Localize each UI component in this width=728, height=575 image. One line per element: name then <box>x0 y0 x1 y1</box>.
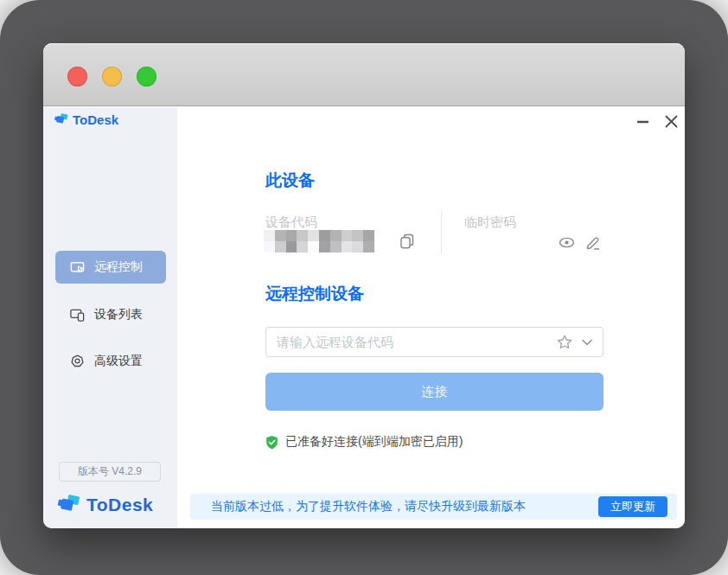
shield-check-icon <box>265 435 279 450</box>
sidebar-item-label: 高级设置 <box>94 354 143 369</box>
banner-message: 当前版本过低，为了提升软件体验，请尽快升级到最新版本 <box>211 499 526 514</box>
sidebar-item-remote-control[interactable]: 远程控制 <box>55 251 166 284</box>
connect-button[interactable]: 连接 <box>265 373 603 411</box>
remote-code-input[interactable] <box>265 327 603 357</box>
status-row: 已准备好连接(端到端加密已启用) <box>265 434 463 450</box>
brand-logo: ToDesk <box>54 112 118 127</box>
screenshot-background: ToDesk 远程控制 <box>0 0 728 575</box>
footer-brand-logo: ToDesk <box>56 493 153 517</box>
traffic-light-minimize[interactable] <box>102 67 122 86</box>
traffic-light-zoom[interactable] <box>137 67 156 86</box>
remote-control-icon <box>69 259 86 276</box>
pencil-icon[interactable] <box>584 234 601 251</box>
advanced-settings-icon <box>69 354 86 370</box>
device-list-icon <box>69 307 86 323</box>
main-panel: 此设备 设备代码 临时密码 <box>177 107 685 528</box>
device-code-label: 设备代码 <box>265 214 317 231</box>
todesk-logo-icon <box>54 112 68 127</box>
remote-control-title: 远程控制设备 <box>265 283 364 305</box>
brand-name: ToDesk <box>73 112 118 127</box>
sidebar-item-label: 设备列表 <box>94 307 143 323</box>
sidebar: ToDesk 远程控制 <box>43 107 177 528</box>
sidebar-item-advanced-settings[interactable]: 高级设置 <box>55 345 166 378</box>
todesk-logo-icon <box>56 493 80 517</box>
sidebar-item-device-list[interactable]: 设备列表 <box>55 298 166 331</box>
version-badge: 版本号 V4.2.9 <box>59 462 161 482</box>
titlebar[interactable] <box>43 43 685 106</box>
star-icon[interactable] <box>556 334 573 351</box>
close-icon[interactable] <box>662 112 680 130</box>
footer-brand-name: ToDesk <box>86 495 153 515</box>
eye-icon[interactable] <box>558 233 576 252</box>
copy-icon[interactable] <box>399 233 416 250</box>
sidebar-item-label: 远程控制 <box>94 259 143 275</box>
minimize-icon[interactable] <box>634 112 651 130</box>
this-device-title: 此设备 <box>265 169 315 192</box>
temp-password-label: 临时密码 <box>464 214 516 231</box>
divider <box>441 213 442 254</box>
update-now-button[interactable]: 立即更新 <box>598 496 667 517</box>
status-text: 已准备好连接(端到端加密已启用) <box>285 434 463 450</box>
chevron-down-icon[interactable] <box>580 335 594 349</box>
todesk-window: ToDesk 远程控制 <box>43 43 685 528</box>
traffic-light-close[interactable] <box>67 67 87 86</box>
update-banner: 当前版本过低，为了提升软件体验，请尽快升级到最新版本 立即更新 <box>190 494 677 520</box>
device-code-blur <box>264 230 374 252</box>
